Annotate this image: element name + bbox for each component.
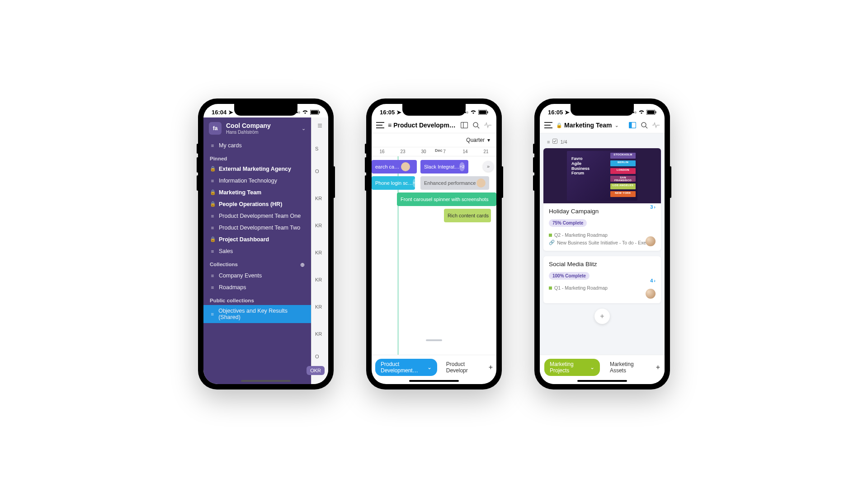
svg-rect-1 xyxy=(311,110,318,114)
row-peek: KR xyxy=(311,244,328,262)
city-tag: STOCKHOLM xyxy=(610,153,636,159)
sidebar: fa Cool Company Hans Dahlström ⌄ ≡My car… xyxy=(203,117,311,384)
svg-rect-14 xyxy=(629,122,632,128)
task-bar-rich[interactable]: Rich content cards xyxy=(444,209,491,222)
add-card-button[interactable]: + xyxy=(594,309,610,324)
sidebar-item-hr[interactable]: 🔒People Operations (HR) xyxy=(203,198,311,210)
my-cards-link[interactable]: ≡My cards xyxy=(203,140,311,151)
search-icon[interactable] xyxy=(472,121,480,129)
list-icon: ≡ xyxy=(210,249,215,254)
count-badge: +2 xyxy=(413,178,415,188)
sidebar-item-label: Information Technology xyxy=(219,178,277,184)
menu-icon[interactable] xyxy=(376,121,384,129)
lock-icon: 🔒 xyxy=(210,201,215,207)
row-peek: O xyxy=(311,162,328,180)
card-social[interactable]: Social Media Blitz 100% Complete 4› Q1 -… xyxy=(543,256,661,303)
tab-label: Product Development… xyxy=(381,361,425,374)
city-tag: LOS ANGELES xyxy=(610,183,636,189)
svg-rect-12 xyxy=(656,111,656,113)
sidebar-item-okr-shared[interactable]: ≡Objectives and Key Results (Shared) xyxy=(203,305,311,323)
subtask-count[interactable]: 3› xyxy=(650,204,656,210)
status-time: 16:05 xyxy=(548,109,563,116)
search-icon[interactable] xyxy=(640,121,648,129)
activity-icon[interactable] xyxy=(484,121,492,129)
card-title: Social Media Blitz xyxy=(549,261,656,267)
lock-icon: 🔒 xyxy=(210,189,215,195)
lock-icon: 🔒 xyxy=(210,236,215,242)
task-bar-search[interactable]: earch ca… xyxy=(372,160,417,174)
card-relation: Q1 - Marketing Roadmap xyxy=(549,285,656,291)
task-bar-login[interactable]: Phone login sc…+2 xyxy=(372,176,415,190)
scroll-right-button[interactable]: » xyxy=(483,161,494,172)
wifi-icon xyxy=(638,110,645,114)
peek-column: ≡ S O KR KR KR KR KR KR O xyxy=(311,117,328,384)
wifi-icon xyxy=(470,110,476,114)
tab-other[interactable]: Product Developr xyxy=(441,359,485,376)
tab-other[interactable]: Marketing Assets xyxy=(604,359,651,376)
activity-icon[interactable] xyxy=(652,121,660,129)
sidebar-item-roadmaps[interactable]: ≡Roadmaps xyxy=(203,282,311,293)
svg-rect-6 xyxy=(461,122,468,128)
phone-2: 16:05➤ ▪▪▫ ≡ Product Developm… ⌄ Quarter… xyxy=(366,99,502,389)
city-tag: LONDON xyxy=(610,168,636,174)
task-bar-carousel[interactable]: Front carousel spinner with screenshots xyxy=(397,192,496,206)
okr-chip[interactable]: OKR xyxy=(307,366,325,375)
task-bar-enhanced[interactable]: Enhanced performance xyxy=(420,176,489,190)
poster-title: Favro Agile Business Forum xyxy=(571,156,594,176)
sidebar-item-pdt1[interactable]: ≡Product Development Team One xyxy=(203,210,311,222)
avatar xyxy=(646,236,656,246)
panel-icon[interactable] xyxy=(628,121,637,129)
panel-icon[interactable] xyxy=(460,121,468,129)
month-label: Dec xyxy=(435,148,443,153)
sidebar-item-dashboard[interactable]: 🔒Project Dashboard xyxy=(203,234,311,245)
status-dot-icon xyxy=(549,234,552,237)
sidebar-item-ext-marketing[interactable]: 🔒External Marketing Agency xyxy=(203,163,311,175)
sidebar-item-events[interactable]: ≡Company Events xyxy=(203,270,311,282)
add-tab-button[interactable]: + xyxy=(656,363,660,371)
menu-icon[interactable]: ≡ xyxy=(317,121,322,131)
range-label: Quarter xyxy=(466,137,485,143)
sidebar-item-label: Objectives and Key Results (Shared) xyxy=(218,308,305,320)
task-bar-slack[interactable]: Slack Integrat…+2 xyxy=(420,160,468,174)
sidebar-item-label: Product Development Team One xyxy=(219,213,301,219)
sidebar-item-pdt2[interactable]: ≡Product Development Team Two xyxy=(203,222,311,234)
list-icon: ≡ xyxy=(210,273,215,278)
sidebar-item-marketing[interactable]: 🔒Marketing Team xyxy=(203,187,311,198)
status-time: 16:04 xyxy=(212,109,226,116)
tab-active[interactable]: Marketing Projects⌄ xyxy=(544,359,600,376)
board-title[interactable]: ≡ Product Developm… ⌄ xyxy=(388,122,457,129)
add-tab-button[interactable]: + xyxy=(489,363,493,371)
cards-icon: ≡ xyxy=(210,143,215,148)
range-selector[interactable]: Quarter ▾ xyxy=(372,133,496,147)
phone-1: 16:04➤ ▪▪▫ fa Cool Company Hans Dahlströ… xyxy=(198,99,334,389)
gantt-area[interactable]: « » earch ca… Slack Integrat…+2 Phone lo… xyxy=(372,156,496,355)
sidebar-item-label: Sales xyxy=(219,248,233,254)
svg-rect-2 xyxy=(319,111,320,113)
list-icon: ≡ xyxy=(210,225,215,230)
subtask-count[interactable]: 4› xyxy=(650,278,656,283)
chevron-down-icon: ⌄ xyxy=(615,123,618,128)
sidebar-item-label: Roadmaps xyxy=(219,284,246,291)
row-peek: KR xyxy=(311,189,328,207)
app-logo-icon: fa xyxy=(209,122,222,135)
task-label: Enhanced performance xyxy=(424,180,476,186)
add-collection-icon[interactable]: ⊕ xyxy=(300,262,305,268)
board-title[interactable]: 🔒 Marketing Team ⌄ xyxy=(556,122,625,129)
list-icon: ≡ xyxy=(210,178,215,183)
city-tag: NEW YORK xyxy=(610,191,636,197)
menu-icon[interactable] xyxy=(544,121,552,129)
top-bar: 🔒 Marketing Team ⌄ xyxy=(540,117,665,133)
svg-line-16 xyxy=(646,127,647,128)
card-holiday[interactable]: Favro Agile Business Forum STOCKHOLM BER… xyxy=(543,148,661,251)
org-switcher[interactable]: fa Cool Company Hans Dahlström ⌄ xyxy=(203,117,311,140)
battery-icon xyxy=(310,110,320,115)
sidebar-item-it[interactable]: ≡Information Technology xyxy=(203,175,311,187)
card-list[interactable]: ≡ 1/4 Favro Agile Business Forum STOCKHO… xyxy=(540,133,665,355)
sidebar-item-sales[interactable]: ≡Sales xyxy=(203,245,311,257)
sidebar-item-label: Marketing Team xyxy=(219,189,261,196)
date-col: 21 xyxy=(476,147,496,156)
grab-handle[interactable] xyxy=(426,339,442,341)
count-badge: +2 xyxy=(459,162,465,171)
tab-active[interactable]: Product Development…⌄ xyxy=(375,359,437,376)
public-collections-header: Public collections xyxy=(203,293,311,305)
